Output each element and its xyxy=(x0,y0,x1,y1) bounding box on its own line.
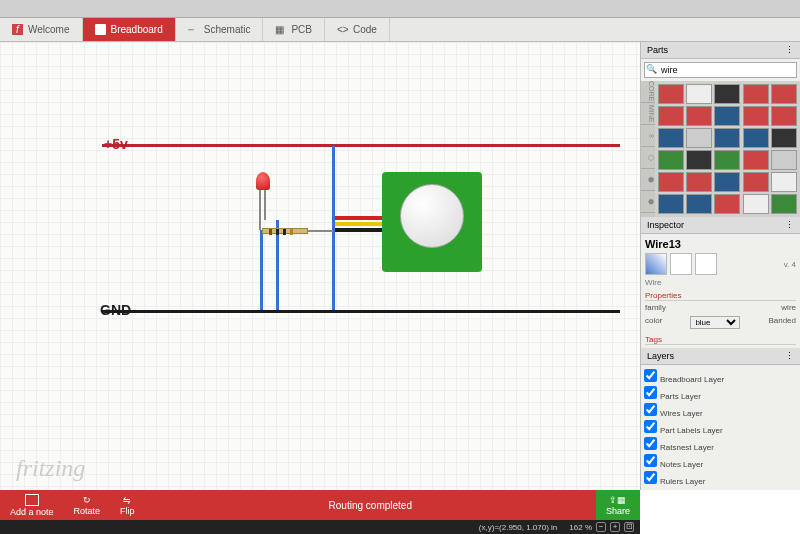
sidetab[interactable]: ⬢ xyxy=(641,169,655,191)
pir-sensor-component[interactable] xyxy=(382,172,482,272)
part-thumb[interactable] xyxy=(686,150,712,170)
layer-checkbox[interactable] xyxy=(644,471,657,484)
panel-menu-icon[interactable]: ⋮ xyxy=(785,220,794,230)
part-thumb[interactable] xyxy=(686,84,712,104)
inspector-header: Inspector ⋮ xyxy=(641,217,800,234)
rail-5v[interactable] xyxy=(102,144,620,147)
sidetab-mine[interactable]: MINE xyxy=(641,103,655,125)
preview-breadboard[interactable] xyxy=(645,253,667,275)
tab-schematic[interactable]: ⎓Schematic xyxy=(176,18,264,41)
rotate-button[interactable]: ↻Rotate xyxy=(64,495,111,516)
search-icon: 🔍 xyxy=(646,64,657,74)
layer-item[interactable]: Notes Layer xyxy=(644,453,797,470)
panel-menu-icon[interactable]: ⋮ xyxy=(785,45,794,55)
flip-icon: ⇋ xyxy=(123,495,131,505)
tab-welcome[interactable]: fWelcome xyxy=(0,18,83,41)
layer-checkbox[interactable] xyxy=(644,369,657,382)
tab-breadboard[interactable]: Breadboard xyxy=(83,18,176,41)
part-thumb[interactable] xyxy=(743,84,769,104)
zoom-in-button[interactable]: + xyxy=(610,522,620,532)
layer-item[interactable]: Ratsnest Layer xyxy=(644,436,797,453)
sidetab-core[interactable]: CORE xyxy=(641,81,655,103)
part-thumb[interactable] xyxy=(771,84,797,104)
color-select[interactable]: blue xyxy=(690,316,740,329)
tab-pcb[interactable]: ▦PCB xyxy=(263,18,325,41)
prop-value: wire xyxy=(781,303,796,312)
led-component[interactable] xyxy=(256,172,270,190)
pir-wire-black[interactable] xyxy=(335,228,382,232)
tab-code[interactable]: <>Code xyxy=(325,18,390,41)
part-thumb[interactable] xyxy=(771,150,797,170)
layer-item[interactable]: Parts Layer xyxy=(644,385,797,402)
part-thumb[interactable] xyxy=(771,172,797,192)
part-thumb[interactable] xyxy=(686,194,712,214)
part-thumb[interactable] xyxy=(743,194,769,214)
prop-label: color xyxy=(645,316,662,329)
part-thumb[interactable] xyxy=(771,194,797,214)
layer-item[interactable]: Breadboard Layer xyxy=(644,368,797,385)
part-thumb[interactable] xyxy=(714,194,740,214)
sidetab[interactable]: ∞ xyxy=(641,125,655,147)
part-thumb[interactable] xyxy=(771,106,797,126)
part-thumb[interactable] xyxy=(658,128,684,148)
preview-schematic[interactable] xyxy=(670,253,692,275)
layer-checkbox[interactable] xyxy=(644,386,657,399)
part-thumb[interactable] xyxy=(686,128,712,148)
zoom-out-button[interactable]: − xyxy=(596,522,606,532)
pir-wire-red[interactable] xyxy=(335,216,382,220)
tab-label: Code xyxy=(353,24,377,35)
inspector-part-type: Wire xyxy=(645,278,796,287)
part-thumb[interactable] xyxy=(743,106,769,126)
note-icon xyxy=(25,494,39,506)
part-thumb[interactable] xyxy=(658,172,684,192)
schematic-icon: ⎓ xyxy=(188,24,199,35)
layer-item[interactable]: Part Labels Layer xyxy=(644,419,797,436)
part-thumb[interactable] xyxy=(714,172,740,192)
part-thumb[interactable] xyxy=(658,106,684,126)
resistor-component[interactable] xyxy=(262,228,308,234)
part-thumb[interactable] xyxy=(658,84,684,104)
search-input[interactable] xyxy=(644,62,797,78)
breadboard-canvas[interactable]: +5v GND fritzing xyxy=(0,42,640,490)
rail-gnd[interactable] xyxy=(102,310,620,313)
layer-checkbox[interactable] xyxy=(644,437,657,450)
part-thumb[interactable] xyxy=(714,128,740,148)
parts-category-tabs: CORE MINE ∞ ⬡ ⬢ ⬣ xyxy=(641,81,655,217)
sidetab[interactable]: ⬡ xyxy=(641,147,655,169)
preview-pcb[interactable] xyxy=(695,253,717,275)
breadboard-icon xyxy=(95,24,106,35)
layer-checkbox[interactable] xyxy=(644,420,657,433)
part-thumb[interactable] xyxy=(658,150,684,170)
share-button[interactable]: ⇪▦Share xyxy=(596,490,640,520)
part-thumb[interactable] xyxy=(658,194,684,214)
pir-wire-yellow[interactable] xyxy=(335,222,382,226)
wire-blue-3[interactable] xyxy=(260,230,263,310)
part-thumb[interactable] xyxy=(743,172,769,192)
watermark: fritzing xyxy=(16,455,85,482)
part-thumb[interactable] xyxy=(771,128,797,148)
layer-item[interactable]: Rulers Layer xyxy=(644,470,797,487)
flip-button[interactable]: ⇋Flip xyxy=(110,495,145,516)
banded-label[interactable]: Banded xyxy=(768,316,796,329)
part-thumb[interactable] xyxy=(714,150,740,170)
panel-menu-icon[interactable]: ⋮ xyxy=(785,351,794,361)
part-thumb[interactable] xyxy=(714,84,740,104)
pir-wires xyxy=(335,214,382,234)
panel-title: Parts xyxy=(647,45,668,55)
inspector-part-name: Wire13 xyxy=(645,238,796,250)
part-thumb[interactable] xyxy=(743,150,769,170)
part-thumb[interactable] xyxy=(714,106,740,126)
fritzing-icon: f xyxy=(12,24,23,35)
sidetab[interactable]: ⬣ xyxy=(641,191,655,213)
section-properties: Properties xyxy=(645,291,796,301)
add-note-button[interactable]: Add a note xyxy=(0,494,64,517)
part-thumb[interactable] xyxy=(686,172,712,192)
layer-item[interactable]: Wires Layer xyxy=(644,402,797,419)
part-thumb[interactable] xyxy=(743,128,769,148)
resistor-leg xyxy=(308,230,333,232)
layer-checkbox[interactable] xyxy=(644,454,657,467)
panel-title: Inspector xyxy=(647,220,684,230)
layer-checkbox[interactable] xyxy=(644,403,657,416)
zoom-fit-button[interactable]: ⊡ xyxy=(624,522,634,532)
part-thumb[interactable] xyxy=(686,106,712,126)
